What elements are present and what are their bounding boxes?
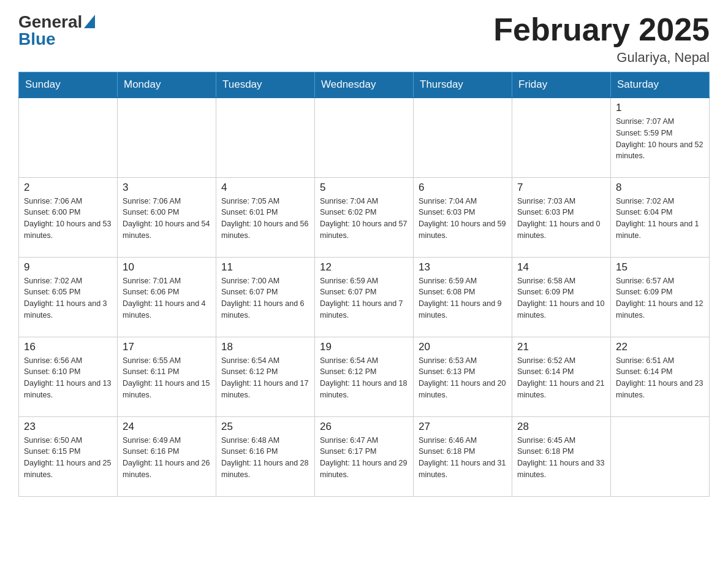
- day-number: 21: [517, 341, 605, 353]
- calendar-header-thursday: Thursday: [414, 72, 512, 98]
- day-number: 22: [616, 341, 704, 353]
- logo: General Blue: [18, 12, 95, 49]
- month-title: February 2025: [493, 12, 710, 47]
- logo-triangle-icon: [84, 15, 95, 28]
- day-number: 8: [616, 182, 704, 194]
- calendar-table: SundayMondayTuesdayWednesdayThursdayFrid…: [18, 72, 710, 497]
- calendar-cell: [512, 98, 611, 177]
- calendar-cell: 17Sunrise: 6:55 AMSunset: 6:11 PMDayligh…: [118, 337, 216, 416]
- calendar-week-2: 2Sunrise: 7:06 AMSunset: 6:00 PMDaylight…: [19, 177, 710, 257]
- calendar-cell: 14Sunrise: 6:58 AMSunset: 6:09 PMDayligh…: [512, 257, 611, 337]
- calendar-cell: [19, 98, 118, 177]
- day-info: Sunrise: 6:53 AMSunset: 6:13 PMDaylight:…: [419, 355, 507, 401]
- calendar-cell: 27Sunrise: 6:46 AMSunset: 6:18 PMDayligh…: [414, 416, 512, 496]
- calendar-cell: 18Sunrise: 6:54 AMSunset: 6:12 PMDayligh…: [216, 337, 315, 416]
- calendar-header-row: SundayMondayTuesdayWednesdayThursdayFrid…: [19, 72, 710, 98]
- day-info: Sunrise: 6:54 AMSunset: 6:12 PMDaylight:…: [320, 355, 408, 401]
- day-number: 25: [221, 421, 309, 433]
- day-info: Sunrise: 7:01 AMSunset: 6:06 PMDaylight:…: [123, 275, 211, 321]
- day-number: 20: [419, 341, 507, 353]
- calendar-cell: [315, 98, 414, 177]
- day-info: Sunrise: 6:56 AMSunset: 6:10 PMDaylight:…: [24, 355, 112, 401]
- calendar-cell: [414, 98, 512, 177]
- calendar-cell: [216, 98, 315, 177]
- day-number: 26: [320, 421, 408, 433]
- calendar-header-tuesday: Tuesday: [216, 72, 315, 98]
- day-number: 1: [616, 102, 704, 114]
- calendar-cell: [611, 416, 710, 496]
- day-number: 5: [320, 182, 408, 194]
- day-info: Sunrise: 7:07 AMSunset: 5:59 PMDaylight:…: [616, 116, 704, 162]
- day-number: 13: [419, 261, 507, 274]
- day-info: Sunrise: 7:05 AMSunset: 6:01 PMDaylight:…: [221, 196, 309, 242]
- day-number: 14: [517, 261, 605, 274]
- day-number: 15: [616, 261, 704, 274]
- day-info: Sunrise: 6:57 AMSunset: 6:09 PMDaylight:…: [616, 275, 704, 321]
- calendar-header-monday: Monday: [118, 72, 216, 98]
- day-info: Sunrise: 6:52 AMSunset: 6:14 PMDaylight:…: [517, 355, 605, 401]
- page-header: General Blue February 2025 Gulariya, Nep…: [18, 12, 710, 66]
- day-number: 24: [123, 421, 211, 433]
- calendar-cell: 4Sunrise: 7:05 AMSunset: 6:01 PMDaylight…: [216, 177, 315, 257]
- day-info: Sunrise: 7:00 AMSunset: 6:07 PMDaylight:…: [221, 275, 309, 321]
- day-number: 27: [419, 421, 507, 433]
- day-info: Sunrise: 7:06 AMSunset: 6:00 PMDaylight:…: [123, 196, 211, 242]
- calendar-cell: 2Sunrise: 7:06 AMSunset: 6:00 PMDaylight…: [19, 177, 118, 257]
- calendar-cell: 1Sunrise: 7:07 AMSunset: 5:59 PMDaylight…: [611, 98, 710, 177]
- calendar-week-3: 9Sunrise: 7:02 AMSunset: 6:05 PMDaylight…: [19, 257, 710, 337]
- day-info: Sunrise: 6:59 AMSunset: 6:07 PMDaylight:…: [320, 275, 408, 321]
- calendar-cell: 12Sunrise: 6:59 AMSunset: 6:07 PMDayligh…: [315, 257, 414, 337]
- day-number: 18: [221, 341, 309, 353]
- calendar-cell: 20Sunrise: 6:53 AMSunset: 6:13 PMDayligh…: [414, 337, 512, 416]
- calendar-cell: 7Sunrise: 7:03 AMSunset: 6:03 PMDaylight…: [512, 177, 611, 257]
- logo-blue-text: Blue: [18, 29, 95, 49]
- calendar-cell: 5Sunrise: 7:04 AMSunset: 6:02 PMDaylight…: [315, 177, 414, 257]
- calendar-cell: [118, 98, 216, 177]
- day-number: 10: [123, 261, 211, 274]
- day-number: 11: [221, 261, 309, 274]
- calendar-week-4: 16Sunrise: 6:56 AMSunset: 6:10 PMDayligh…: [19, 337, 710, 416]
- day-info: Sunrise: 6:58 AMSunset: 6:09 PMDaylight:…: [517, 275, 605, 321]
- day-number: 4: [221, 182, 309, 194]
- calendar-cell: 15Sunrise: 6:57 AMSunset: 6:09 PMDayligh…: [611, 257, 710, 337]
- calendar-cell: 10Sunrise: 7:01 AMSunset: 6:06 PMDayligh…: [118, 257, 216, 337]
- day-number: 6: [419, 182, 507, 194]
- day-info: Sunrise: 6:49 AMSunset: 6:16 PMDaylight:…: [123, 435, 211, 481]
- day-number: 9: [24, 261, 112, 274]
- day-number: 3: [123, 182, 211, 194]
- day-info: Sunrise: 6:55 AMSunset: 6:11 PMDaylight:…: [123, 355, 211, 401]
- day-info: Sunrise: 6:45 AMSunset: 6:18 PMDaylight:…: [517, 435, 605, 481]
- day-info: Sunrise: 7:02 AMSunset: 6:05 PMDaylight:…: [24, 275, 112, 321]
- day-info: Sunrise: 7:04 AMSunset: 6:03 PMDaylight:…: [419, 196, 507, 242]
- calendar-cell: 22Sunrise: 6:51 AMSunset: 6:14 PMDayligh…: [611, 337, 710, 416]
- day-info: Sunrise: 6:46 AMSunset: 6:18 PMDaylight:…: [419, 435, 507, 481]
- day-info: Sunrise: 7:06 AMSunset: 6:00 PMDaylight:…: [24, 196, 112, 242]
- day-number: 28: [517, 421, 605, 433]
- title-block: February 2025 Gulariya, Nepal: [493, 12, 710, 66]
- calendar-cell: 28Sunrise: 6:45 AMSunset: 6:18 PMDayligh…: [512, 416, 611, 496]
- calendar-week-1: 1Sunrise: 7:07 AMSunset: 5:59 PMDaylight…: [19, 98, 710, 177]
- calendar-cell: 9Sunrise: 7:02 AMSunset: 6:05 PMDaylight…: [19, 257, 118, 337]
- location-title: Gulariya, Nepal: [493, 50, 710, 66]
- day-info: Sunrise: 6:54 AMSunset: 6:12 PMDaylight:…: [221, 355, 309, 401]
- day-info: Sunrise: 7:03 AMSunset: 6:03 PMDaylight:…: [517, 196, 605, 242]
- calendar-header-saturday: Saturday: [611, 72, 710, 98]
- calendar-cell: 26Sunrise: 6:47 AMSunset: 6:17 PMDayligh…: [315, 416, 414, 496]
- calendar-cell: 25Sunrise: 6:48 AMSunset: 6:16 PMDayligh…: [216, 416, 315, 496]
- calendar-header-wednesday: Wednesday: [315, 72, 414, 98]
- calendar-cell: 6Sunrise: 7:04 AMSunset: 6:03 PMDaylight…: [414, 177, 512, 257]
- calendar-cell: 3Sunrise: 7:06 AMSunset: 6:00 PMDaylight…: [118, 177, 216, 257]
- calendar-cell: 8Sunrise: 7:02 AMSunset: 6:04 PMDaylight…: [611, 177, 710, 257]
- calendar-cell: 23Sunrise: 6:50 AMSunset: 6:15 PMDayligh…: [19, 416, 118, 496]
- calendar-week-5: 23Sunrise: 6:50 AMSunset: 6:15 PMDayligh…: [19, 416, 710, 496]
- day-info: Sunrise: 7:04 AMSunset: 6:02 PMDaylight:…: [320, 196, 408, 242]
- day-number: 12: [320, 261, 408, 274]
- calendar-cell: 11Sunrise: 7:00 AMSunset: 6:07 PMDayligh…: [216, 257, 315, 337]
- calendar-cell: 19Sunrise: 6:54 AMSunset: 6:12 PMDayligh…: [315, 337, 414, 416]
- day-info: Sunrise: 6:47 AMSunset: 6:17 PMDaylight:…: [320, 435, 408, 481]
- day-info: Sunrise: 7:02 AMSunset: 6:04 PMDaylight:…: [616, 196, 704, 242]
- day-number: 16: [24, 341, 112, 353]
- calendar-cell: 13Sunrise: 6:59 AMSunset: 6:08 PMDayligh…: [414, 257, 512, 337]
- calendar-cell: 24Sunrise: 6:49 AMSunset: 6:16 PMDayligh…: [118, 416, 216, 496]
- day-number: 2: [24, 182, 112, 194]
